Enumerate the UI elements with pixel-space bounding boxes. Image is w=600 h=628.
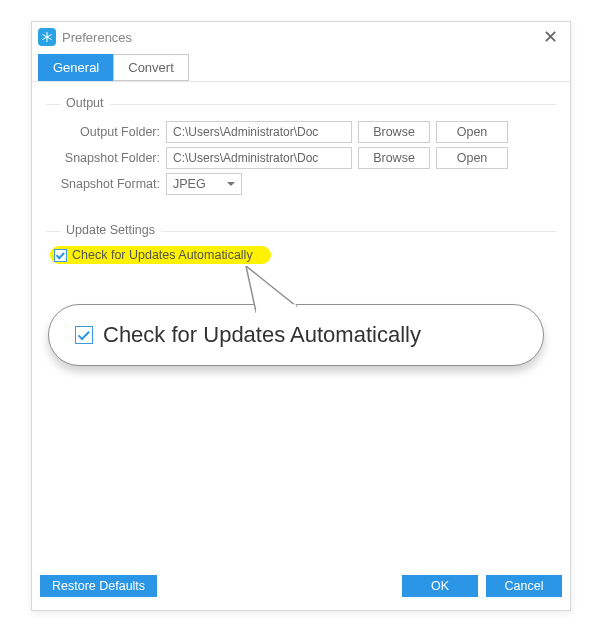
content-area: Output Output Folder: Browse Open Snapsh… [32, 82, 570, 414]
output-folder-browse-button[interactable]: Browse [358, 121, 430, 143]
auto-update-row: Check for Updates Automatically [54, 248, 253, 262]
snapshot-format-label: Snapshot Format: [46, 177, 166, 191]
tab-convert[interactable]: Convert [113, 54, 189, 81]
snapshot-folder-row: Snapshot Folder: Browse Open [46, 147, 556, 169]
snapshot-folder-browse-button[interactable]: Browse [358, 147, 430, 169]
snapshot-format-value: JPEG [173, 177, 206, 191]
auto-update-label: Check for Updates Automatically [72, 248, 253, 262]
close-icon[interactable]: ✕ [539, 26, 562, 48]
snapshot-folder-open-button[interactable]: Open [436, 147, 508, 169]
output-folder-open-button[interactable]: Open [436, 121, 508, 143]
tab-general[interactable]: General [38, 54, 114, 81]
callout-checkbox[interactable] [75, 326, 93, 344]
snapshot-format-select[interactable]: JPEG [166, 173, 242, 195]
check-icon [55, 250, 64, 259]
dialog-footer: Restore Defaults OK Cancel [40, 572, 562, 600]
callout-tail [236, 266, 316, 324]
callout-label: Check for Updates Automatically [103, 322, 421, 348]
auto-update-checkbox[interactable] [54, 249, 67, 262]
ok-button[interactable]: OK [402, 575, 478, 597]
output-folder-row: Output Folder: Browse Open [46, 121, 556, 143]
tab-bar: General Convert [32, 52, 570, 82]
preferences-dialog: Preferences ✕ General Convert Output Out… [31, 21, 571, 611]
snapshot-folder-input[interactable] [166, 147, 352, 169]
update-settings-fieldset: Update Settings Check for Updates Automa… [46, 231, 556, 414]
output-folder-input[interactable] [166, 121, 352, 143]
callout-annotation: Check for Updates Automatically [46, 284, 556, 404]
snapshot-folder-label: Snapshot Folder: [46, 151, 166, 165]
snapshot-format-row: Snapshot Format: JPEG [46, 173, 556, 195]
app-icon [38, 28, 56, 46]
window-title: Preferences [62, 30, 539, 45]
update-settings-legend: Update Settings [60, 223, 161, 237]
output-legend: Output [60, 96, 110, 110]
restore-defaults-button[interactable]: Restore Defaults [40, 575, 157, 597]
check-icon [77, 328, 89, 340]
chevron-down-icon [227, 182, 235, 186]
titlebar: Preferences ✕ [32, 22, 570, 52]
cancel-button[interactable]: Cancel [486, 575, 562, 597]
output-folder-label: Output Folder: [46, 125, 166, 139]
output-fieldset: Output Output Folder: Browse Open Snapsh… [46, 104, 556, 209]
